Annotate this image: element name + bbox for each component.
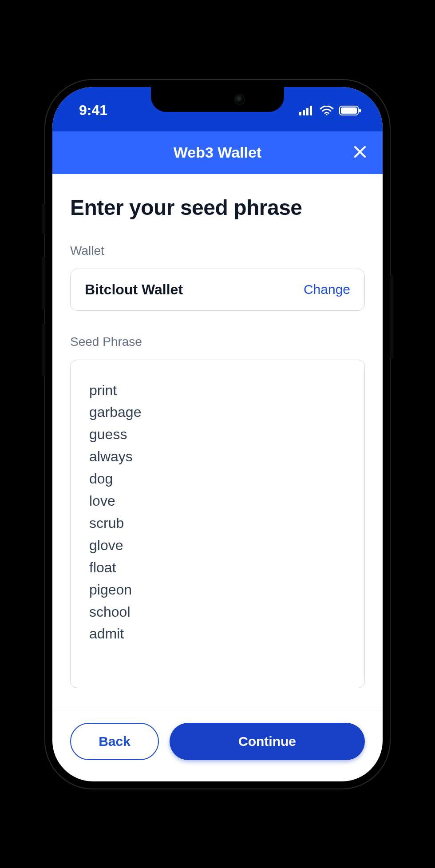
cellular-icon — [299, 106, 314, 115]
seed-word: dog — [89, 468, 346, 490]
wallet-selector[interactable]: Bitclout Wallet Change — [70, 269, 365, 311]
seed-word: scrub — [89, 512, 346, 535]
phone-frame: 9:41 — [44, 79, 391, 789]
page-title: Enter your seed phrase — [70, 195, 365, 220]
status-time: 9:41 — [79, 99, 107, 119]
side-button — [42, 257, 45, 310]
notch — [151, 87, 284, 112]
wifi-icon — [320, 106, 334, 115]
seed-word: admit — [89, 623, 346, 645]
app-bar-title: Web3 Wallet — [174, 144, 261, 161]
close-button[interactable] — [352, 144, 368, 161]
side-button — [390, 274, 393, 359]
svg-rect-3 — [310, 106, 312, 115]
close-icon — [353, 145, 367, 160]
seed-phrase-label: Seed Phrase — [70, 335, 365, 349]
seed-word: pigeon — [89, 579, 346, 601]
seed-word: garbage — [89, 401, 346, 424]
seed-word: print — [89, 380, 346, 402]
change-wallet-link[interactable]: Change — [304, 282, 350, 297]
status-icons — [299, 103, 361, 115]
seed-word: float — [89, 557, 346, 579]
footer: Back Continue — [52, 710, 383, 781]
battery-icon — [339, 106, 361, 115]
wallet-label: Wallet — [70, 244, 365, 258]
app-bar: Web3 Wallet — [52, 131, 383, 174]
svg-rect-1 — [303, 110, 305, 115]
seed-word: love — [89, 490, 346, 512]
svg-rect-0 — [299, 112, 301, 115]
seed-word: guess — [89, 424, 346, 446]
screen: 9:41 — [52, 87, 383, 781]
svg-point-4 — [326, 114, 328, 115]
wallet-name: Bitclout Wallet — [85, 281, 183, 298]
seed-phrase-input[interactable]: printgarbageguessalwaysdoglovescrubglove… — [70, 360, 365, 688]
seed-word-list: printgarbageguessalwaysdoglovescrubglove… — [89, 380, 346, 646]
back-button[interactable]: Back — [70, 723, 159, 760]
side-button — [42, 323, 45, 377]
side-button — [42, 203, 45, 234]
seed-word: glove — [89, 535, 346, 557]
content: Enter your seed phrase Wallet Bitclout W… — [52, 174, 383, 710]
front-camera — [235, 95, 244, 104]
svg-rect-6 — [341, 107, 357, 114]
seed-word: always — [89, 446, 346, 468]
continue-button[interactable]: Continue — [170, 723, 365, 760]
seed-word: school — [89, 601, 346, 623]
svg-rect-7 — [359, 109, 361, 112]
svg-rect-2 — [306, 108, 308, 115]
